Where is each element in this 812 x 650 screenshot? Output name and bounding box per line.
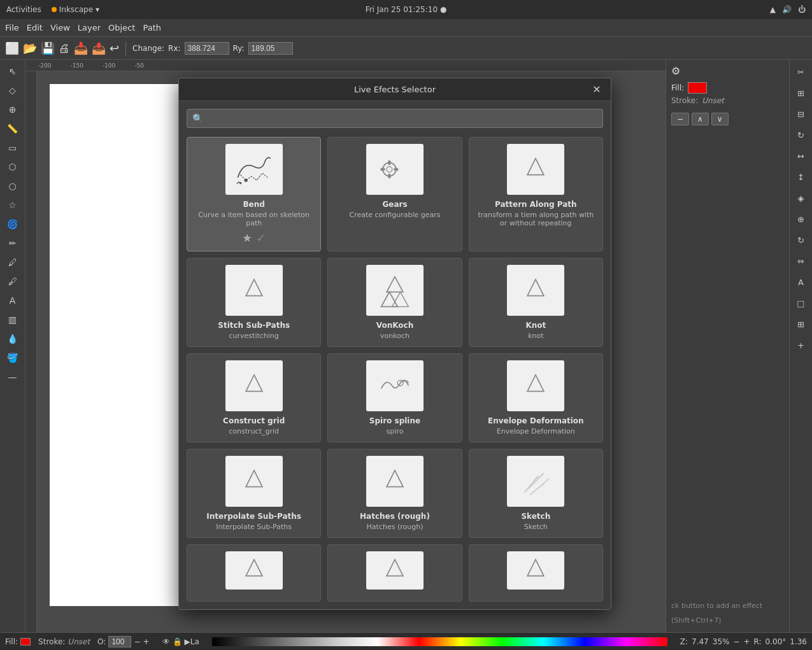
menu-file[interactable]: File — [5, 23, 19, 32]
tool-dropper[interactable]: 💧 — [3, 330, 23, 348]
effect-card-gears[interactable]: Gears Create configurable gears — [327, 137, 462, 251]
live-effects-modal[interactable]: Live Efects Selector ✕ 🔍 — [178, 78, 611, 610]
effect-card-extra2[interactable] — [327, 544, 462, 602]
color-strip[interactable] — [212, 637, 667, 646]
tool-pen[interactable]: 🖊 — [3, 253, 23, 271]
effect-card-envelope[interactable]: Envelope Deformation Envelope Deformatio… — [469, 353, 603, 442]
tool-rect[interactable]: ▭ — [3, 139, 23, 157]
interpolate-name: Interpolate Sub-Paths — [206, 512, 301, 521]
effect-card-pattern[interactable]: Pattern Along Path transform a tiem alon… — [469, 137, 603, 251]
effect-card-knot[interactable]: Knot knot — [469, 258, 603, 347]
tool-calligraphy[interactable]: 🖋 — [3, 272, 23, 290]
fx-control-buttons: − ∧ ∨ — [671, 113, 807, 125]
import-icon[interactable]: 📥 — [74, 41, 88, 55]
envelope-icon — [507, 360, 564, 411]
stitch-svg — [232, 271, 276, 309]
new-icon[interactable]: ⬜ — [5, 41, 19, 55]
svg-line-26 — [533, 484, 544, 492]
fx-minus-btn[interactable]: − — [671, 113, 689, 125]
save-icon[interactable]: 💾 — [41, 41, 55, 55]
fill-color-swatch[interactable] — [688, 82, 707, 94]
undo-icon[interactable]: ↩ — [110, 41, 119, 55]
bottom-fill-label: Fill: — [5, 637, 18, 646]
search-input[interactable] — [207, 114, 597, 124]
rx-input[interactable] — [185, 42, 229, 55]
rt-btn-7[interactable]: ◈ — [790, 188, 813, 208]
tool-measure[interactable]: 📏 — [3, 120, 23, 138]
svg-marker-21 — [246, 470, 262, 487]
lock-icon[interactable]: 🔒 — [173, 637, 182, 646]
fx-up-btn[interactable]: ∧ — [692, 113, 709, 125]
tool-node[interactable]: ◇ — [3, 81, 23, 99]
pattern-name: Pattern Along Path — [495, 200, 577, 209]
rt-btn-14[interactable]: + — [790, 336, 813, 355]
print-icon[interactable]: 🖨 — [59, 41, 70, 55]
rt-btn-1[interactable]: ✂ — [790, 62, 813, 81]
effect-card-extra1[interactable] — [187, 544, 321, 602]
tool-text[interactable]: A — [3, 292, 23, 309]
ruler-left — [25, 71, 37, 632]
effect-card-hatches[interactable]: Hatches (rough) Hatches (rough) — [327, 449, 462, 538]
rt-btn-9[interactable]: ↻ — [790, 230, 813, 250]
bend-desc: Curve a item based on skeleton path — [194, 211, 314, 227]
tool-zoom[interactable]: ⊕ — [3, 101, 23, 118]
opacity-plus[interactable]: + — [143, 637, 149, 646]
effect-card-bend[interactable]: Bend Curve a item based on skeleton path… — [187, 137, 321, 251]
rt-btn-8[interactable]: ⊕ — [790, 209, 813, 229]
bend-check[interactable]: ✓ — [256, 231, 266, 244]
ry-input[interactable] — [248, 42, 293, 55]
menu-view[interactable]: View — [50, 23, 70, 32]
rt-btn-5[interactable]: ↔ — [790, 146, 813, 166]
inkscape-app-label[interactable]: Inkscape — [59, 5, 93, 14]
rt-btn-10[interactable]: ⇔ — [790, 251, 813, 271]
rt-btn-13[interactable]: ⊞ — [790, 314, 813, 334]
svg-point-19 — [397, 380, 403, 386]
menu-path[interactable]: Path — [143, 23, 161, 32]
tool-paint[interactable]: 🪣 — [3, 349, 23, 367]
tool-select[interactable]: ⇖ — [3, 62, 23, 80]
activities-label[interactable]: Activities — [6, 5, 41, 14]
effect-card-spiro[interactable]: Spiro spline spiro — [327, 353, 462, 442]
fx-down-btn[interactable]: ∨ — [711, 113, 729, 125]
inkscape-dot — [52, 7, 57, 12]
opacity-minus[interactable]: − — [134, 637, 140, 646]
effect-card-sketch[interactable]: Sketch Sketch — [469, 449, 603, 538]
tool-connector[interactable]: — — [3, 368, 23, 386]
construct-grid-name: Construct grid — [223, 416, 285, 425]
tool-spiral[interactable]: 🌀 — [3, 215, 23, 233]
opacity-input[interactable] — [108, 636, 131, 647]
effect-card-vonkoch[interactable]: VonKoch vonkoch — [327, 258, 462, 347]
tool-ellipse[interactable]: ○ — [3, 177, 23, 195]
knot-icon — [507, 265, 564, 316]
effect-card-extra3[interactable] — [469, 544, 603, 602]
modal-close-button[interactable]: ✕ — [590, 83, 603, 96]
open-icon[interactable]: 📂 — [23, 41, 37, 55]
effect-card-construct-grid[interactable]: Construct grid construct_grid — [187, 353, 321, 442]
rt-btn-2[interactable]: ⊞ — [790, 83, 813, 102]
zoom-plus[interactable]: + — [743, 637, 750, 646]
rt-btn-3[interactable]: ⊟ — [790, 104, 813, 124]
effect-card-stitch[interactable]: Stitch Sub-Paths curvestitching — [187, 258, 321, 347]
zoom-minus[interactable]: − — [733, 637, 739, 646]
power-icon[interactable]: ⏻ — [798, 5, 806, 14]
menu-object[interactable]: Object — [108, 23, 135, 32]
svg-marker-29 — [527, 560, 544, 576]
tool-gradient[interactable]: ▥ — [3, 311, 23, 329]
rt-btn-12[interactable]: □ — [790, 293, 813, 313]
tool-3d[interactable]: ⬡ — [3, 158, 23, 176]
export-icon[interactable]: 📤 — [92, 41, 106, 55]
effect-card-interpolate[interactable]: Interpolate Sub-Paths Interpolate Sub-Pa… — [187, 449, 321, 538]
fx-hint-text: ck button to add an effect — [671, 602, 762, 610]
sketch-desc: Sketch — [524, 523, 548, 531]
bend-star[interactable]: ★ — [242, 231, 252, 244]
menu-edit[interactable]: Edit — [27, 23, 43, 32]
rt-btn-11[interactable]: A — [790, 272, 813, 292]
tool-star[interactable]: ☆ — [3, 196, 23, 214]
bottom-fill-swatch[interactable] — [20, 638, 31, 646]
visibility-icon[interactable]: 👁 — [162, 637, 170, 646]
rt-btn-6[interactable]: ↕ — [790, 167, 813, 187]
inkscape-chevron[interactable]: ▾ — [96, 5, 99, 14]
menu-layer[interactable]: Layer — [78, 23, 101, 32]
rt-btn-4[interactable]: ↻ — [790, 125, 813, 145]
tool-pencil[interactable]: ✏ — [3, 234, 23, 252]
